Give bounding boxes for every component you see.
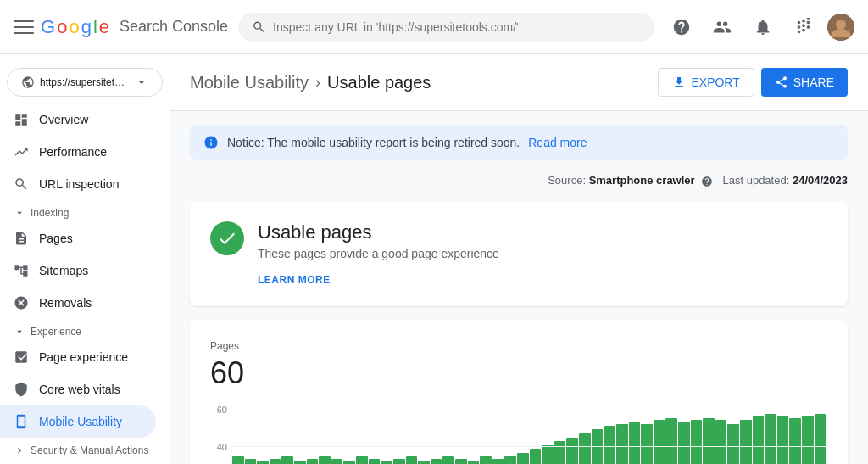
bar [480,456,492,464]
last-updated-label: Last updated: [723,174,790,187]
sitemaps-label: Sitemaps [39,264,88,277]
status-desc: These pages provide a good page experien… [258,247,827,260]
notifications-icon[interactable] [746,10,780,44]
breadcrumb-separator: › [315,74,320,92]
bar [281,456,293,464]
page-exp-icon [14,349,29,365]
logo-o-yellow: o [69,16,79,38]
status-title: Usable pages [258,221,827,243]
bar [455,459,467,464]
bar [678,422,690,464]
chart-area: 60 40 20 0 [210,405,827,464]
sidebar-item-removals[interactable]: Removals [0,287,156,319]
bar [232,456,244,464]
sidebar-item-performance[interactable]: Performance [0,136,156,168]
bar [629,422,641,464]
notice-text: Notice: The mobile usability report is b… [227,136,520,149]
bar [765,414,776,464]
security-section[interactable]: Security & Manual Actions [0,438,170,460]
pages-label: Pages [39,232,73,245]
y-label-40: 40 [210,442,227,452]
source-help-icon[interactable] [701,176,713,187]
bar [245,459,257,464]
logo-g-blue: G [41,16,55,38]
chevron-down-icon2 [14,326,25,338]
svg-point-1 [836,20,846,30]
bar-group [231,405,827,464]
sidebar-item-mobile-usability[interactable]: Mobile Usability [0,405,156,438]
inspect-icon [14,176,29,192]
export-button[interactable]: EXPORT [658,68,754,97]
avatar[interactable] [827,14,854,41]
bar [691,420,703,464]
accounts-icon[interactable] [705,10,739,44]
sidebar-item-overview[interactable]: Overview [0,103,156,136]
overview-label: Overview [39,113,88,126]
sidebar: https://supersitetoo... Overview Perform… [0,54,170,464]
breadcrumb: Mobile Usability › Usable pages [190,73,431,92]
bar [406,456,418,464]
bar [727,424,739,465]
bar [381,461,392,464]
read-more-link[interactable]: Read more [528,136,587,149]
source-label: Source: [548,174,586,187]
performance-label: Performance [39,145,107,159]
sidebar-item-sitemaps[interactable]: Sitemaps [0,254,156,287]
logo-g2-blue: g [81,16,92,38]
experience-section[interactable]: Experience [0,319,170,341]
topbar-actions [665,10,854,44]
bar [356,456,368,464]
sidebar-item-page-experience[interactable]: Page experience [0,341,156,373]
status-icon [210,221,244,255]
bar [815,414,826,464]
breadcrumb-parent[interactable]: Mobile Usability [190,73,309,92]
bar [307,459,319,464]
share-button[interactable]: SHARE [761,68,848,97]
sidebar-item-core-web-vitals[interactable]: Core web vitals [0,373,156,405]
info-icon [203,135,219,150]
y-axis: 60 40 20 0 [210,405,231,464]
chevron-down-icon [14,207,25,219]
legacy-section[interactable]: Legacy tools and reports [0,460,170,464]
search-input[interactable] [273,20,641,34]
app-name: Search Console [120,18,228,36]
sidebar-item-pages[interactable]: Pages [0,222,156,254]
source-value: Smartphone crawler [589,174,695,187]
bar [542,445,554,464]
security-label: Security & Manual Actions [31,444,148,456]
help-icon[interactable] [665,10,698,44]
globe-icon [21,75,35,89]
bar [802,416,814,464]
logo-o-red: o [57,16,67,38]
learn-more-button[interactable]: LEARN MORE [258,274,827,286]
logo-l-green: l [93,16,97,38]
chevron-right-icon [14,444,25,456]
bar [789,418,801,464]
page-experience-label: Page experience [39,350,128,364]
sitemaps-icon [14,263,29,278]
core-web-vitals-label: Core web vitals [39,383,120,396]
removals-icon [14,295,29,310]
chart-label: Pages [210,340,827,352]
grid-line-60 [231,405,827,405]
overview-icon [14,112,29,127]
mobile-icon [14,414,29,429]
experience-label: Experience [31,326,81,338]
apps-icon[interactable] [787,10,821,44]
search-bar[interactable] [238,13,654,42]
google-logo: Google [41,16,109,38]
share-label: SHARE [793,75,834,89]
status-card: Usable pages These pages provide a good … [190,201,848,306]
status-content: Usable pages These pages provide a good … [258,221,827,286]
last-updated-value: 24/04/2023 [793,174,848,187]
check-icon [217,228,237,249]
site-selector[interactable]: https://supersitetoo... [7,68,163,97]
bar [616,424,628,465]
sidebar-item-url-inspection[interactable]: URL inspection [0,168,156,200]
indexing-section[interactable]: Indexing [0,200,170,222]
menu-icon[interactable] [14,17,34,37]
url-inspection-label: URL inspection [39,177,119,191]
bar [665,418,677,464]
bar [468,461,480,464]
bars-container [231,405,827,464]
